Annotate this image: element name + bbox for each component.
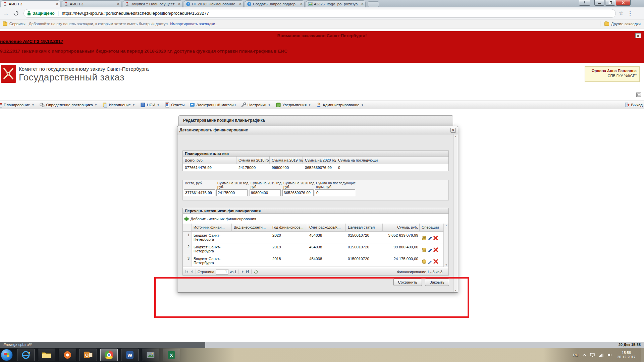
edit-pencil-icon[interactable] — [428, 259, 432, 264]
column-header[interactable]: Сумма на 2020 год, руб. — [303, 157, 336, 164]
total-input[interactable] — [184, 189, 215, 196]
taskbar-chrome[interactable] — [100, 349, 118, 361]
delete-x-icon[interactable] — [433, 236, 438, 240]
tab-image-file[interactable]: 42325_itogo_po_poziciya × — [306, 0, 366, 7]
table-row[interactable]: 1 Бюджет Санкт-Петербурга 2020 454038 01… — [183, 232, 444, 243]
banner-update-link[interactable]: новление АИС ГЗ 19.12.2017 — [0, 39, 63, 44]
column-header[interactable]: Источник финан... — [192, 224, 232, 231]
column-header[interactable]: Операции — [420, 224, 444, 231]
bookmark-star-icon[interactable]: ☆ — [619, 10, 624, 17]
column-header[interactable]: Сумма на последующи... — [336, 157, 378, 164]
money-icon[interactable] — [422, 236, 427, 241]
grid-scrollbar[interactable] — [443, 224, 448, 267]
exit-icon — [625, 102, 630, 108]
table-row[interactable]: 3 Бюджет Санкт-Петербурга 2018 454038 01… — [183, 255, 444, 267]
taskbar-outlook[interactable]: O — [79, 349, 97, 361]
modal-titlebar[interactable]: Детализировать финансирование — [177, 126, 458, 134]
money-icon[interactable] — [422, 259, 427, 264]
menu-supplier-determination[interactable]: Определение поставщика▼ — [39, 102, 97, 108]
restore-button[interactable] — [605, 0, 615, 6]
menu-reports[interactable]: Отчеты — [165, 102, 185, 108]
menu-administration[interactable]: Администрирование▼ — [316, 102, 364, 108]
sum-2018-input[interactable] — [216, 189, 248, 196]
taskbar-photo-viewer[interactable] — [142, 349, 159, 361]
show-desktop-button[interactable] — [641, 348, 644, 362]
forward-icon[interactable]: → — [3, 10, 9, 17]
last-page-icon[interactable] — [245, 269, 250, 274]
add-funding-source-link[interactable]: Добавить источник финансирования — [183, 214, 448, 224]
tab-close-icon[interactable]: × — [361, 2, 364, 6]
user-info-box[interactable]: Орлова Анна Павловна СПБ ГКУ "ФКСР" — [585, 66, 640, 82]
network-tray-icon[interactable] — [599, 353, 603, 357]
menu-execution[interactable]: Исполнение▼ — [102, 102, 135, 108]
edit-pencil-icon[interactable] — [428, 236, 432, 240]
tab-close-icon[interactable]: × — [239, 2, 241, 6]
menu-planning[interactable]: Планирование▼ — [0, 102, 34, 108]
table-row[interactable]: 2 Бюджет Санкт-Петербурга 2019 454038 01… — [183, 243, 444, 255]
volume-tray-icon[interactable] — [607, 353, 612, 357]
language-indicator[interactable]: RU — [573, 353, 579, 357]
address-bar[interactable]: Защищено | https://new.gz-spb.ru/#po/sch… — [23, 9, 616, 18]
delete-x-icon[interactable] — [433, 247, 438, 252]
tab-ais-gz-2[interactable]: АИС ГЗ × — [62, 0, 121, 7]
profile-button[interactable] — [579, 0, 590, 6]
taskbar-media-app[interactable] — [59, 349, 76, 361]
column-header[interactable]: Вид внебюджетн... — [232, 224, 270, 231]
column-header[interactable]: Целевая статья — [346, 224, 383, 231]
column-header[interactable]: Счет расходов/К... — [307, 224, 346, 231]
column-header[interactable]: Сумма на 2019 год, руб. — [270, 157, 303, 164]
menu-exit[interactable]: Выход — [625, 102, 643, 108]
sum-2019-input[interactable] — [250, 189, 281, 196]
tab-ais-gz-1[interactable]: АИС ГЗ × — [1, 0, 60, 7]
other-bookmarks-button[interactable]: Другие закладки — [611, 22, 641, 26]
prev-page-icon[interactable] — [189, 269, 194, 274]
tab-pg-2018[interactable]: ? ПГ 2018: Наименование × — [184, 0, 244, 7]
sum-2020-input[interactable] — [282, 189, 314, 196]
import-bookmarks-link[interactable]: Импортировать закладки... — [170, 22, 218, 26]
modal-scrollbar[interactable] — [453, 134, 458, 292]
collapse-panel-icon[interactable] — [636, 93, 641, 97]
browser-menu-icon[interactable]: ⋮ — [628, 10, 633, 16]
menu-e-shop[interactable]: Электронный магазин — [190, 102, 235, 108]
taskbar-ie[interactable] — [17, 349, 35, 361]
taskbar-explorer[interactable] — [38, 349, 55, 361]
refresh-icon[interactable] — [253, 269, 258, 274]
edit-pencil-icon[interactable] — [428, 247, 432, 252]
delete-x-icon[interactable] — [433, 259, 438, 264]
close-window-button[interactable]: ✕ — [616, 0, 631, 6]
tab-close-icon[interactable]: × — [178, 2, 180, 6]
cell-2019: 99800400 — [270, 164, 303, 171]
tab-close-icon[interactable]: × — [56, 2, 58, 6]
column-header[interactable]: Сумма, руб. — [383, 224, 420, 231]
menu-nsi[interactable]: НСИ▼ — [140, 102, 160, 108]
minimize-button[interactable] — [594, 0, 604, 6]
next-page-icon[interactable] — [240, 269, 245, 274]
display-tray-icon[interactable] — [590, 353, 595, 357]
column-header[interactable]: Всего, руб. — [183, 157, 236, 164]
tab-close-icon[interactable]: × — [300, 2, 303, 6]
start-button[interactable] — [1, 349, 13, 361]
money-icon[interactable] — [422, 247, 427, 252]
app-header: Комитет по государственному заказу Санкт… — [0, 63, 644, 101]
tab-zakupki[interactable]: Закупки :: План осущест × — [123, 0, 182, 7]
hidden-icons-chevron[interactable] — [583, 354, 586, 356]
sum-future-input[interactable] — [315, 189, 355, 196]
menu-notifications[interactable]: Уведомления▼ — [276, 102, 311, 108]
bookmark-services[interactable]: Сервисы — [3, 22, 25, 26]
payments-table-row[interactable]: 3776614476.99 24175000 99800400 36526390… — [183, 164, 448, 171]
column-header[interactable]: Сумма на 2018 год, руб. — [236, 157, 270, 164]
page-number-input[interactable] — [216, 269, 228, 275]
new-tab-button[interactable] — [368, 1, 379, 7]
taskbar-clock[interactable]: 15:58 20.12.2017 — [617, 351, 636, 359]
column-header[interactable]: Год финансиров... — [270, 224, 307, 231]
modal-close-icon[interactable]: × — [450, 128, 456, 133]
menu-settings[interactable]: Настройки▼ — [241, 102, 271, 108]
taskbar-word[interactable]: W — [121, 349, 139, 361]
taskbar-excel[interactable]: X — [163, 349, 180, 361]
reload-icon[interactable] — [13, 10, 19, 16]
first-page-icon[interactable] — [184, 269, 189, 274]
seal-icon — [3, 2, 7, 6]
banner-close-icon[interactable]: × — [635, 33, 641, 38]
tab-support-request[interactable]: ? Создать Запрос поддер × — [245, 0, 305, 7]
tab-close-icon[interactable]: × — [117, 2, 119, 6]
